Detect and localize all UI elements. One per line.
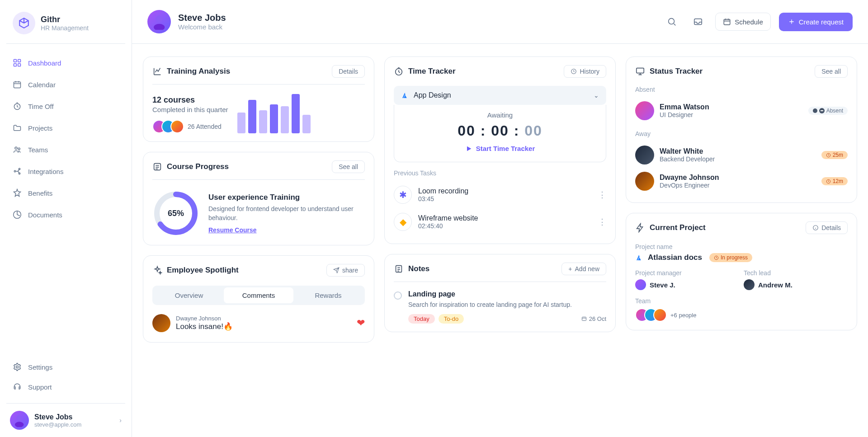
share-button[interactable]: share xyxy=(326,264,365,277)
employee-spotlight-card: Employee Spotlight share Overview Commen… xyxy=(143,255,374,343)
avatar xyxy=(635,279,646,290)
status-name: Walter White xyxy=(660,147,715,155)
sidebar-item-dashboard[interactable]: Dashboard xyxy=(6,53,125,73)
tab-overview[interactable]: Overview xyxy=(154,287,224,303)
tab-comments[interactable]: Comments xyxy=(224,287,293,303)
status-absent-label: Absent xyxy=(635,86,848,93)
chevron-right-icon: › xyxy=(119,417,122,424)
status-role: DevOps Engineer xyxy=(660,182,719,189)
avatar xyxy=(147,10,171,33)
nav-label: Benefits xyxy=(28,189,52,197)
sidebar-item-timeoff[interactable]: Time Off xyxy=(6,96,125,116)
sidebar-item-calendar[interactable]: Calendar xyxy=(6,75,125,94)
note-date: 26 Oct xyxy=(581,315,606,322)
course-name: User experience Training xyxy=(208,193,365,202)
comment-author: Dwayne Johnson xyxy=(176,315,233,322)
schedule-button[interactable]: Schedule xyxy=(715,13,771,31)
play-icon xyxy=(465,145,472,152)
svg-point-11 xyxy=(16,366,19,368)
calendar-icon xyxy=(581,316,587,321)
minus-icon xyxy=(819,108,825,113)
main: Steve Jobs Welcome back Schedule Create … xyxy=(132,0,868,437)
sparkle-icon xyxy=(152,265,162,275)
details-button[interactable]: Details xyxy=(332,65,365,78)
svg-point-12 xyxy=(17,415,22,421)
user-name: Steve Jobs xyxy=(34,413,81,421)
more-button[interactable]: ⋮ xyxy=(598,217,606,227)
resume-course-link[interactable]: Resume Course xyxy=(208,226,257,234)
see-all-button[interactable]: See all xyxy=(815,65,848,78)
spotlight-tabs: Overview Comments Rewards xyxy=(152,286,365,305)
svg-rect-1 xyxy=(18,60,21,62)
sidebar-item-support[interactable]: Support xyxy=(6,377,125,397)
bolt-icon xyxy=(635,223,645,233)
tab-rewards[interactable]: Rewards xyxy=(293,287,363,303)
project-name-label: Project name xyxy=(635,243,848,250)
task-time: 03:45 xyxy=(418,195,468,202)
star-icon xyxy=(13,188,22,197)
card-title: Course Progress xyxy=(167,162,327,171)
gear-icon xyxy=(13,362,22,371)
see-all-button[interactable]: See all xyxy=(332,160,365,173)
svg-rect-2 xyxy=(14,64,17,66)
sketch-icon: ◆ xyxy=(394,213,412,231)
sidebar-item-projects[interactable]: Projects xyxy=(6,118,125,138)
sidebar-item-settings[interactable]: Settings xyxy=(6,357,125,377)
details-button[interactable]: Details xyxy=(806,221,848,234)
send-icon xyxy=(333,267,340,273)
user-profile-row[interactable]: Steve Jobs steve@apple.com › xyxy=(0,404,132,437)
tracker-project-name: App Design xyxy=(414,91,451,99)
sidebar-item-documents[interactable]: Documents xyxy=(6,205,125,225)
card-title: Training Analysis xyxy=(167,67,327,76)
nav-label: Teams xyxy=(28,146,48,154)
dashboard-icon xyxy=(13,58,22,67)
course-desc: Designed for frontend developer to under… xyxy=(208,205,365,222)
start-tracker-button[interactable]: Start Time Tracker xyxy=(465,145,535,152)
search-button[interactable] xyxy=(663,13,681,31)
svg-point-16 xyxy=(669,19,675,24)
divider xyxy=(6,43,125,44)
avatar xyxy=(635,146,654,164)
time-tracker-card: Time Tracker History App Design ⌄ Awaiti… xyxy=(384,56,616,244)
brand-name: Githr xyxy=(41,15,89,24)
clock-icon xyxy=(571,68,577,75)
progress-percent: 65% xyxy=(168,209,184,218)
training-analysis-card: Training Analysis Details 12 courses Com… xyxy=(143,56,374,142)
status-role: UI Designer xyxy=(660,111,709,118)
nav-label: Dashboard xyxy=(28,59,61,67)
status-away-label: Away xyxy=(635,130,848,137)
sidebar-item-benefits[interactable]: Benefits xyxy=(6,183,125,203)
pm-label: Project manager xyxy=(635,269,739,277)
task-row: ✱ Loom recording 03:45 ⋮ xyxy=(394,181,606,208)
clock-icon xyxy=(826,179,831,184)
task-row: ◆ Wireframe website 02:45:40 ⋮ xyxy=(394,208,606,235)
clock-icon xyxy=(714,255,719,260)
tracker-status: Awaiting xyxy=(394,111,606,119)
add-note-button[interactable]: + Add new xyxy=(561,263,606,275)
more-button[interactable]: ⋮ xyxy=(598,190,606,200)
team-more: +6 people xyxy=(670,312,696,319)
calendar-icon xyxy=(13,80,22,89)
status-row: Walter White Backend Developer 25m xyxy=(635,142,848,168)
svg-point-7 xyxy=(18,148,20,150)
history-button[interactable]: History xyxy=(564,65,606,78)
headphones-icon xyxy=(13,382,22,391)
sidebar-item-teams[interactable]: Teams xyxy=(6,140,125,160)
nav-label: Time Off xyxy=(28,103,54,110)
note-item: Landing page Search for inspiration to c… xyxy=(394,282,606,324)
avatar xyxy=(635,101,654,120)
sidebar-item-integrations[interactable]: Integrations xyxy=(6,161,125,181)
inbox-button[interactable] xyxy=(689,13,707,31)
info-icon xyxy=(812,225,819,231)
calendar-icon xyxy=(723,18,731,26)
create-request-button[interactable]: Create request xyxy=(779,13,853,31)
heart-icon[interactable]: ❤ xyxy=(357,317,365,329)
logo-icon xyxy=(13,12,35,34)
comment-row: Dwayne Johnson Looks insane!🔥 ❤ xyxy=(152,312,365,334)
status-badge: 25m xyxy=(821,151,848,159)
course-progress-card: Course Progress See all 65% User ex xyxy=(143,152,374,245)
avatar xyxy=(635,172,654,191)
tracker-project-select[interactable]: App Design ⌄ xyxy=(394,86,606,105)
status-name: Emma Watson xyxy=(660,103,709,111)
note-checkbox[interactable] xyxy=(394,291,402,300)
